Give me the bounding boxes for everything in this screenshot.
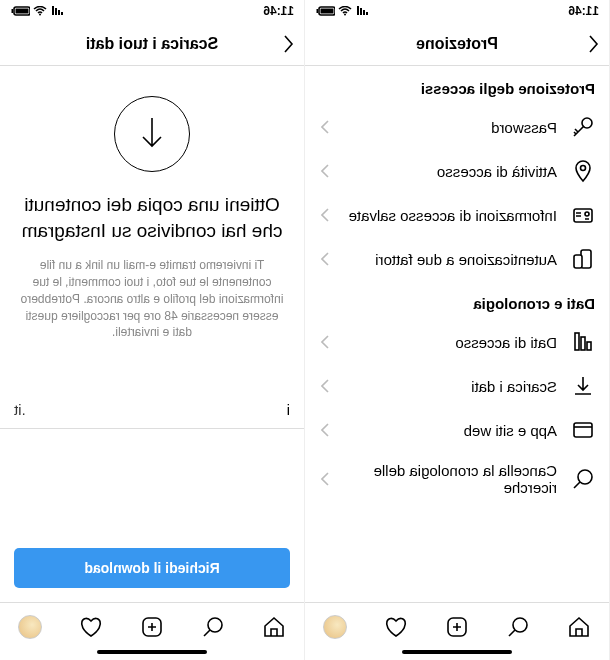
svg-rect-2 — [321, 9, 334, 14]
description: Ti invieremo tramite e-mail un link a un… — [0, 257, 304, 341]
email-input[interactable]: i .it — [0, 391, 304, 429]
section-login-security: Protezione degli accessi — [305, 66, 609, 105]
svg-point-0 — [344, 14, 346, 16]
tab-home[interactable] — [566, 614, 592, 640]
chevron-right-icon — [319, 379, 329, 393]
row-clear-history[interactable]: Cancella la cronologia delle ricerche — [305, 452, 609, 506]
home-indicator — [305, 650, 609, 660]
row-login-activity[interactable]: Attività di accesso — [305, 149, 609, 193]
status-icons — [10, 6, 64, 16]
row-label: Autenticazione a due fattori — [343, 251, 557, 268]
back-button[interactable] — [585, 32, 599, 56]
headline: Ottieni una copia dei contenuti che hai … — [0, 192, 304, 243]
svg-rect-19 — [16, 9, 29, 14]
chevron-right-icon — [319, 423, 329, 437]
chevron-right-icon — [319, 208, 329, 222]
svg-point-7 — [585, 212, 589, 216]
status-icons — [315, 6, 369, 16]
tab-bar — [305, 602, 609, 650]
svg-rect-13 — [574, 423, 592, 437]
row-label: Password — [343, 119, 557, 136]
svg-point-21 — [208, 618, 222, 632]
tab-bar — [0, 602, 304, 650]
row-two-factor[interactable]: Autenticazione a due fattori — [305, 237, 609, 281]
row-label: Cancella la cronologia delle ricerche — [343, 462, 557, 496]
status-time: 11:46 — [263, 4, 294, 18]
download-circle-icon — [114, 96, 190, 172]
page-title: Scarica i tuoi dati — [0, 35, 304, 53]
chevron-right-icon — [319, 120, 329, 134]
tab-activity[interactable] — [78, 614, 104, 640]
row-saved-login[interactable]: Informazioni di accesso salvate — [305, 193, 609, 237]
svg-rect-10 — [587, 342, 591, 350]
location-pin-icon — [571, 159, 595, 183]
status-bar: 11:46 — [305, 0, 609, 22]
status-time: 11:46 — [568, 4, 599, 18]
row-label: Scarica i dati — [343, 378, 557, 395]
row-apps-websites[interactable]: App e siti web — [305, 408, 609, 452]
svg-rect-9 — [574, 255, 582, 268]
row-download-data[interactable]: Scarica i dati — [305, 364, 609, 408]
row-password[interactable]: Password — [305, 105, 609, 149]
status-bar: 11:46 — [0, 0, 304, 22]
tab-new-post[interactable] — [139, 614, 165, 640]
tab-new-post[interactable] — [444, 614, 470, 640]
tab-profile[interactable] — [17, 614, 43, 640]
row-label: App e siti web — [343, 422, 557, 439]
chevron-right-icon — [319, 252, 329, 266]
chevron-right-icon — [319, 164, 329, 178]
svg-point-15 — [513, 618, 527, 632]
page-title: Protezione — [305, 35, 609, 53]
header: Protezione — [305, 22, 609, 66]
svg-rect-20 — [12, 9, 14, 13]
row-label: Dati di accesso — [343, 334, 557, 351]
home-indicator — [0, 650, 304, 660]
svg-point-14 — [578, 470, 592, 484]
svg-point-5 — [581, 166, 586, 171]
svg-point-17 — [39, 14, 41, 16]
search-icon — [571, 467, 595, 491]
back-button[interactable] — [280, 32, 294, 56]
tab-activity[interactable] — [383, 614, 409, 640]
row-label: Attività di accesso — [343, 163, 557, 180]
tab-home[interactable] — [261, 614, 287, 640]
key-icon — [571, 115, 595, 139]
app-window-icon — [571, 418, 595, 442]
email-suffix: .it — [14, 401, 26, 418]
tab-search[interactable] — [200, 614, 226, 640]
chevron-right-icon — [319, 335, 329, 349]
chevron-right-icon — [319, 472, 329, 486]
tab-search[interactable] — [505, 614, 531, 640]
section-data-history: Dati e cronologia — [305, 281, 609, 320]
devices-icon — [571, 247, 595, 271]
chart-icon — [571, 330, 595, 354]
card-icon — [571, 203, 595, 227]
row-access-data[interactable]: Dati di accesso — [305, 320, 609, 364]
svg-rect-11 — [581, 337, 585, 350]
svg-rect-12 — [575, 333, 579, 350]
tab-profile[interactable] — [322, 614, 348, 640]
request-download-button[interactable]: Richiedi il download — [14, 548, 290, 588]
header: Scarica i tuoi dati — [0, 22, 304, 66]
svg-rect-3 — [317, 9, 319, 13]
download-icon — [571, 374, 595, 398]
email-value: i — [26, 401, 290, 418]
row-label: Informazioni di accesso salvate — [343, 207, 557, 224]
